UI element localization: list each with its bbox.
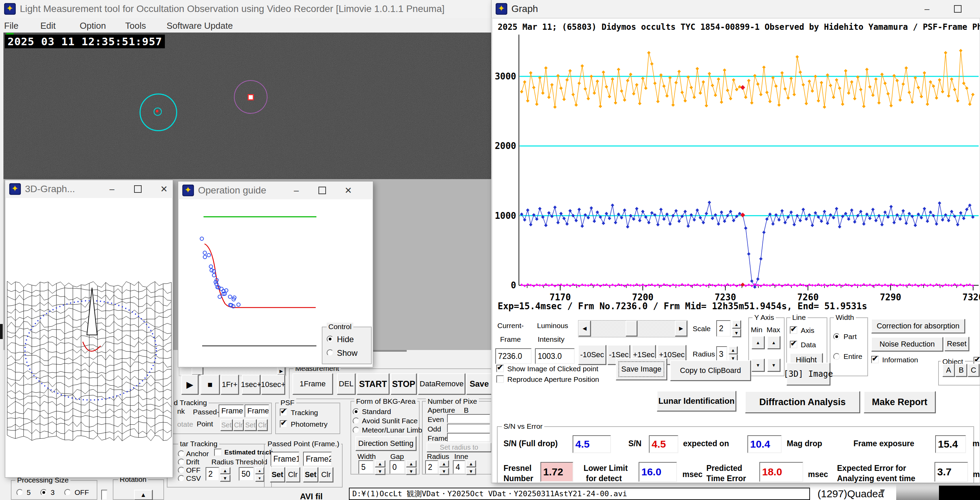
- star-radius-down[interactable]: ▼: [220, 474, 230, 481]
- star-radius-field[interactable]: 2: [205, 467, 219, 481]
- pixels-frame-field[interactable]: [447, 433, 490, 442]
- graph3d-canvas[interactable]: [6, 198, 172, 477]
- object-b-button[interactable]: B: [955, 364, 967, 377]
- advance-10sec-button[interactable]: 10sec+: [261, 375, 285, 395]
- direction-setting-button[interactable]: Direction Setting: [355, 436, 416, 450]
- tracking-set1-button[interactable]: Set: [220, 419, 232, 431]
- show-image-checkbox[interactable]: [496, 365, 504, 372]
- width-part-radio[interactable]: [833, 333, 840, 340]
- expected-on-field[interactable]: 10.4: [748, 435, 782, 453]
- pixels-inner-up[interactable]: ▲: [466, 460, 476, 467]
- graph-scroll-right-icon[interactable]: ▶: [675, 321, 687, 336]
- opguide-maximize-button[interactable]: [316, 184, 328, 196]
- frame-exposure-field[interactable]: 15.4: [935, 435, 966, 453]
- dataremove-button[interactable]: DataRemove: [418, 373, 465, 395]
- bkg-standard-radio[interactable]: [353, 408, 360, 415]
- opguide-close-button[interactable]: ✕: [342, 184, 354, 196]
- reset-button[interactable]: Reset: [944, 337, 969, 351]
- line-data-checkbox[interactable]: [790, 341, 797, 348]
- menu-option[interactable]: Option: [80, 21, 106, 31]
- processing-off-radio[interactable]: [64, 489, 71, 496]
- radius-field[interactable]: 3: [716, 346, 727, 362]
- passed-clr2-button[interactable]: Clr: [319, 467, 333, 482]
- menu-file[interactable]: File: [4, 21, 19, 31]
- advance-1frame-button[interactable]: 1Fr+: [221, 375, 239, 395]
- tracking-clr1-button[interactable]: Clr: [233, 419, 243, 431]
- pixels-radius-up[interactable]: ▲: [439, 460, 449, 467]
- opguide-minimize-button[interactable]: –: [290, 184, 302, 196]
- set-radius-button[interactable]: Set radius to: [426, 442, 492, 452]
- pixels-radius-down[interactable]: ▼: [439, 468, 449, 474]
- processing-3-radio[interactable]: [40, 489, 47, 496]
- scale-field[interactable]: 2: [716, 320, 731, 337]
- passed-frame1-field[interactable]: Frame1: [270, 452, 299, 466]
- start-button[interactable]: START: [357, 373, 389, 395]
- play-button[interactable]: ▶: [181, 375, 198, 395]
- luminous-field[interactable]: 1003.0: [535, 348, 575, 364]
- bkg-gap-field[interactable]: 0: [390, 460, 405, 474]
- pixels-inner-field[interactable]: 4: [453, 460, 465, 474]
- scale-down[interactable]: ▼: [732, 329, 741, 337]
- avi-path-field[interactable]: D:¥(1)OccLt 観測VDat・Y2025Oct VDat・Y202503…: [349, 488, 810, 500]
- current-frame-field[interactable]: 7236.0: [495, 348, 531, 364]
- bkg-gap-down[interactable]: ▼: [406, 468, 416, 474]
- psf-photometry-checkbox[interactable]: [280, 420, 287, 428]
- frame-scrollbar-thumb[interactable]: [192, 367, 203, 375]
- star-radius-up[interactable]: ▲: [220, 467, 230, 474]
- ymax-down[interactable]: ▼: [767, 359, 780, 372]
- star-threshold-up[interactable]: ▲: [255, 467, 264, 474]
- star-drift-radio[interactable]: [178, 458, 185, 465]
- radius-up[interactable]: ▲: [729, 346, 738, 354]
- information-checkbox[interactable]: [871, 356, 879, 363]
- make-report-button[interactable]: Make Report: [864, 391, 935, 413]
- menu-software-update[interactable]: Software Update: [167, 21, 233, 31]
- bkg-meteor-radio[interactable]: [353, 427, 360, 434]
- advance-1sec-button[interactable]: 1sec+: [242, 375, 260, 395]
- stop-measure-button[interactable]: STOP: [391, 373, 417, 395]
- graph-titlebar[interactable]: Graph –: [492, 0, 980, 18]
- psf-tracking-checkbox[interactable]: [280, 409, 287, 416]
- width-entire-radio[interactable]: [833, 353, 840, 360]
- light-curve-plot[interactable]: 7170720072307260729073200100020003000: [497, 33, 980, 304]
- bkg-width-up[interactable]: ▲: [375, 460, 385, 467]
- passed-frame2-field[interactable]: Frame2: [303, 452, 332, 466]
- control-hide-radio[interactable]: [327, 335, 334, 342]
- passed-set2-button[interactable]: Set: [303, 467, 318, 482]
- control-show-radio[interactable]: [327, 349, 334, 356]
- save-image-button[interactable]: Save Image: [616, 358, 667, 380]
- ymax-up[interactable]: ▲: [767, 336, 780, 349]
- noise-reduction-button[interactable]: Noise Reduction: [871, 337, 943, 351]
- graph3d-titlebar[interactable]: 3D-Graph... – ✕: [5, 180, 173, 198]
- combo-dropdown-icon[interactable]: ▼: [878, 487, 887, 496]
- bkg-width-down[interactable]: ▼: [375, 468, 385, 474]
- bkg-gap-up[interactable]: ▲: [406, 460, 416, 467]
- stop-button[interactable]: ■: [200, 375, 220, 395]
- star-threshold-down[interactable]: ▼: [255, 474, 264, 481]
- copy-clipboard-button[interactable]: Copy to ClipBoard: [670, 360, 751, 381]
- passed-set1-button[interactable]: Set: [270, 467, 285, 482]
- lunar-identification-button[interactable]: Lunar Identification: [657, 391, 736, 411]
- line-axis-checkbox[interactable]: [790, 326, 797, 334]
- menu-tools[interactable]: Tools: [125, 21, 146, 31]
- asteroid-combo[interactable]: (1297)Quadea ▼: [810, 484, 896, 500]
- object-c-button[interactable]: C: [968, 364, 979, 377]
- tracking-frame2-display[interactable]: Frame2: [245, 404, 269, 417]
- tracking-frame1-display[interactable]: Frame1: [219, 404, 244, 417]
- graph3d-close-button[interactable]: ✕: [158, 183, 170, 195]
- del-button[interactable]: DEL: [337, 373, 355, 395]
- passed-clr1-button[interactable]: Clr: [286, 467, 300, 482]
- graph-minimize-button[interactable]: –: [921, 3, 933, 15]
- ymin-up[interactable]: ▲: [751, 336, 765, 349]
- reproduce-checkbox[interactable]: [496, 375, 504, 383]
- predicted-error-field[interactable]: 18.0: [759, 462, 803, 482]
- pixels-radius-field[interactable]: 2: [425, 460, 438, 474]
- star-csv-radio[interactable]: [178, 475, 185, 482]
- ymin-down[interactable]: ▼: [751, 359, 765, 372]
- sn-fulldrop-field[interactable]: 4.5: [573, 435, 611, 453]
- graph-scrollbar-thumb[interactable]: [626, 321, 637, 336]
- bkg-width-field[interactable]: 5: [358, 460, 374, 474]
- video-frame[interactable]: 2025 03 11 12:35:51:957: [3, 32, 492, 179]
- scale-up[interactable]: ▲: [732, 320, 741, 328]
- menu-edit[interactable]: Edit: [40, 21, 56, 31]
- processing-5-radio[interactable]: [16, 489, 23, 496]
